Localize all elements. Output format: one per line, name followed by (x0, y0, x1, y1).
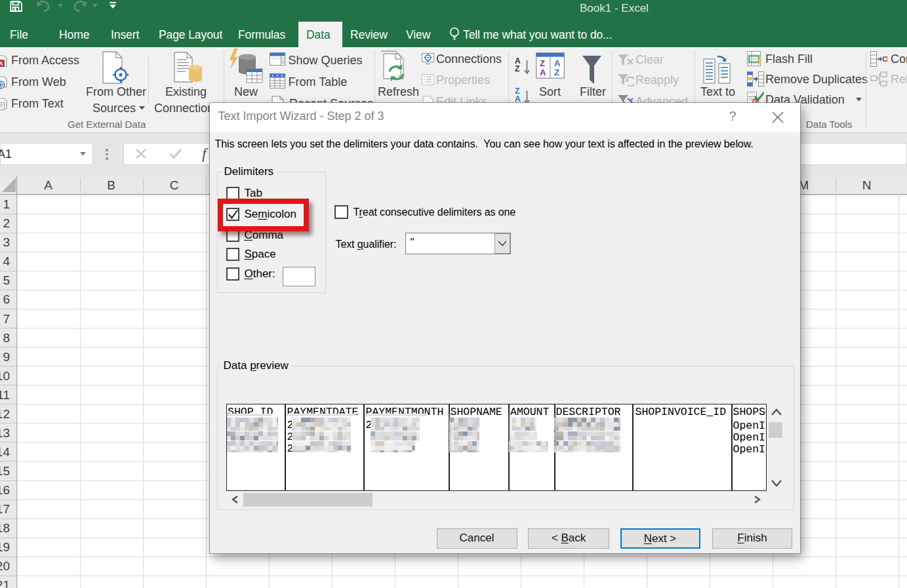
svg-text:A: A (554, 58, 561, 68)
svg-text:Z: Z (554, 68, 559, 77)
svg-text:Z: Z (540, 58, 545, 68)
svg-text:A: A (540, 68, 546, 77)
